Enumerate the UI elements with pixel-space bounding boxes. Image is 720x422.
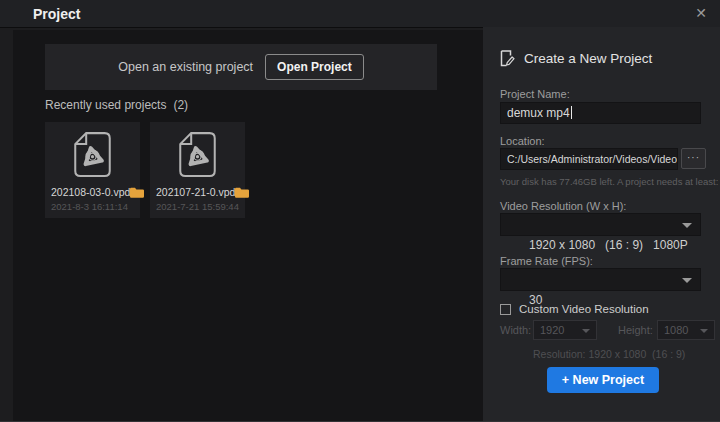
browse-button[interactable]: ··· — [681, 148, 706, 169]
project-card[interactable]: 202107-21-0.vpd 2021-7-21 15:59:44 — [150, 122, 245, 218]
open-project-button[interactable]: Open Project — [265, 54, 364, 80]
project-file-icon — [171, 125, 224, 185]
project-file-date: 2021-7-21 15:59:44 — [156, 201, 239, 212]
project-file-date: 2021-8-3 16:11:14 — [51, 201, 128, 212]
disk-space-note: Your disk has 77.46GB left. A project ne… — [500, 176, 720, 187]
project-name-input[interactable]: demux mp4 — [500, 102, 701, 124]
recent-projects-heading: Recently used projects(2) — [45, 98, 188, 112]
project-file-name: 202108-03-0.vpd — [51, 186, 130, 198]
custom-resolution-checkbox[interactable] — [500, 304, 511, 315]
chevron-down-icon — [582, 329, 590, 333]
folder-icon[interactable] — [235, 187, 249, 198]
dialog-title: Project — [33, 6, 80, 22]
custom-resolution-row: Custom Video Resolution — [500, 303, 649, 315]
project-name-label: Project Name: — [500, 88, 570, 100]
height-dropdown[interactable]: 1080 — [657, 320, 715, 340]
open-existing-label: Open an existing project — [118, 60, 253, 74]
folder-icon[interactable] — [130, 187, 144, 198]
project-dialog: Project ✕ Open an existing project Open … — [0, 0, 720, 422]
panel-title: Create a New Project — [524, 51, 652, 66]
project-file-icon — [66, 125, 119, 185]
width-dropdown[interactable]: 1920 — [533, 320, 597, 340]
left-panel: Open an existing project Open Project Re… — [13, 30, 483, 422]
recent-projects-label: Recently used projects — [45, 98, 166, 112]
close-icon[interactable]: ✕ — [692, 4, 710, 22]
chevron-down-icon — [682, 278, 692, 283]
project-file-name: 202107-21-0.vpd — [156, 186, 235, 198]
video-resolution-dropdown[interactable]: 1920 x 1080 (16 : 9) 1080P — [500, 213, 701, 236]
text-caret — [571, 106, 572, 119]
frame-rate-label: Frame Rate (FPS): — [500, 255, 593, 267]
resolution-summary: Resolution: 1920 x 1080 (16 : 9) — [533, 348, 685, 360]
video-resolution-label: Video Resolution (W x H): — [500, 200, 626, 212]
chevron-down-icon — [682, 223, 692, 228]
width-label: Width: — [500, 324, 531, 336]
recent-projects-count: (2) — [173, 98, 188, 112]
new-project-button[interactable]: + New Project — [547, 367, 659, 393]
panel-header: Create a New Project — [500, 50, 652, 67]
height-label: Height: — [618, 324, 653, 336]
new-document-icon — [500, 50, 515, 67]
frame-rate-dropdown[interactable]: 30 — [500, 268, 701, 291]
location-input[interactable]: C:/Users/Administrator/Videos/VideoProc … — [500, 148, 678, 170]
title-bar: Project ✕ — [0, 0, 720, 27]
project-card[interactable]: 202108-03-0.vpd 2021-8-3 16:11:14 — [45, 122, 140, 218]
open-existing-strip: Open an existing project Open Project — [45, 44, 437, 90]
chevron-down-icon — [700, 329, 708, 333]
custom-resolution-label: Custom Video Resolution — [519, 303, 649, 315]
create-project-panel: Create a New Project Project Name: demux… — [483, 27, 720, 422]
location-label: Location: — [500, 135, 545, 147]
